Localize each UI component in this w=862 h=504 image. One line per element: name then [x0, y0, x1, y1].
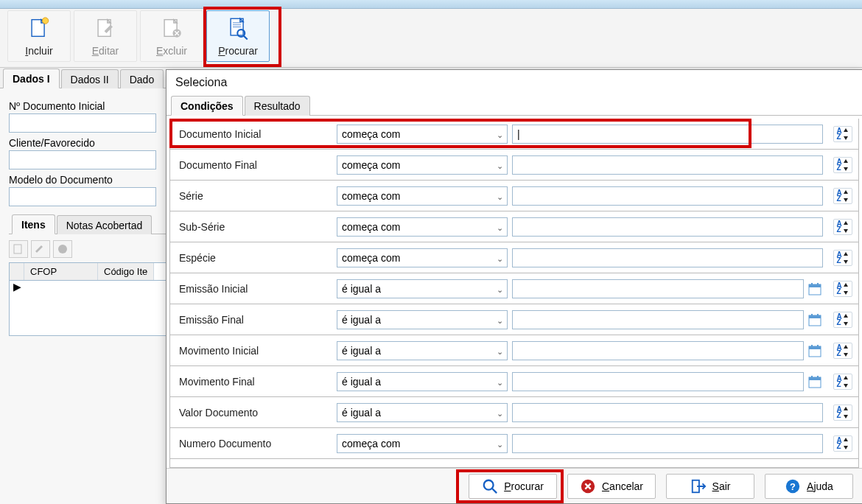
filter-row: Emissão Finalé igual a⌄AZ	[170, 304, 858, 335]
sort-az-button[interactable]: AZ	[833, 374, 852, 390]
filter-value-input[interactable]	[512, 186, 823, 206]
mini-edit-button[interactable]	[31, 240, 50, 258]
excluir-label: Excluir	[156, 45, 187, 57]
sort-az-button[interactable]: AZ	[833, 312, 852, 328]
filter-name: Espécie	[170, 252, 337, 264]
col-cfop[interactable]: CFOP	[24, 263, 98, 280]
sort-az-button[interactable]: AZ	[833, 219, 852, 235]
filter-operator-select[interactable]: começa com	[337, 217, 508, 237]
filter-operator-wrap: é igual a⌄	[337, 341, 508, 360]
filter-value-input[interactable]	[512, 341, 804, 360]
filter-operator-select[interactable]: começa com	[337, 155, 508, 175]
tab-dados-iii[interactable]: Dado	[120, 69, 164, 88]
sort-az-button[interactable]: AZ	[833, 126, 852, 142]
filter-row: Espéciecomeça com⌄AZ	[170, 242, 858, 273]
filter-sort-wrap: AZ	[827, 374, 858, 390]
tab-condicoes[interactable]: Condições	[171, 96, 243, 116]
mini-new-button[interactable]	[9, 240, 28, 258]
sort-az-button[interactable]: AZ	[833, 188, 852, 204]
filter-operator-select[interactable]: começa com	[337, 186, 508, 206]
doc-icon	[13, 244, 24, 254]
dialog-cancelar-button[interactable]: Cancelar	[567, 474, 656, 499]
filter-value-wrap	[508, 372, 827, 391]
calendar-icon[interactable]	[807, 343, 823, 359]
document-search-icon	[225, 15, 250, 41]
filter-name: Emissão Inicial	[170, 283, 337, 295]
filter-sort-wrap: AZ	[827, 250, 858, 266]
filter-operator-select[interactable]: começa com	[337, 125, 508, 144]
sort-az-button[interactable]: AZ	[833, 281, 852, 297]
incluir-button[interactable]: Incluir	[7, 10, 71, 62]
sort-az-button[interactable]: AZ	[833, 250, 852, 266]
filter-value-input[interactable]	[512, 434, 823, 453]
calendar-icon[interactable]	[807, 312, 823, 328]
svg-rect-15	[14, 245, 21, 253]
dialog-procurar-button[interactable]: Procurar	[469, 474, 557, 499]
filter-name: Documento Final	[170, 159, 337, 171]
input-cliente[interactable]	[9, 150, 156, 169]
mini-delete-button[interactable]	[53, 240, 72, 258]
sort-az-button[interactable]: AZ	[833, 405, 852, 421]
filter-sort-wrap: AZ	[827, 312, 858, 328]
sort-az-button[interactable]: AZ	[833, 157, 852, 173]
excluir-button[interactable]: Excluir	[140, 10, 203, 62]
document-delete-icon	[159, 15, 184, 41]
dialog-procurar-label: Procurar	[504, 480, 544, 492]
filter-value-input[interactable]	[512, 155, 823, 175]
input-doc-inicial[interactable]	[9, 113, 156, 133]
filter-name: Série	[170, 190, 337, 202]
filter-operator-select[interactable]: começa com	[337, 248, 508, 267]
tab-dados-ii[interactable]: Dados II	[61, 69, 119, 88]
filter-operator-select[interactable]: começa com	[337, 434, 508, 453]
dialog-ajuda-button[interactable]: ? Ajuda	[765, 474, 853, 499]
filter-operator-select[interactable]: é igual a	[337, 279, 508, 298]
filter-value-input[interactable]	[512, 310, 804, 329]
filter-name: Numero Documento	[170, 438, 337, 449]
seleciona-dialog: Seleciona Condições Resultado Documento …	[166, 69, 862, 504]
sort-az-button[interactable]: AZ	[833, 435, 852, 452]
procurar-button[interactable]: Procurar	[206, 10, 270, 62]
incluir-label: Incluir	[25, 45, 52, 57]
exit-icon	[690, 478, 707, 494]
calendar-icon[interactable]	[807, 374, 823, 390]
filter-value-input[interactable]	[512, 125, 823, 144]
tab-itens[interactable]: Itens	[12, 214, 55, 234]
filter-value-input[interactable]	[512, 403, 823, 422]
filter-row: Documento Finalcomeça com⌄AZ	[170, 150, 858, 181]
tab-resultado[interactable]: Resultado	[245, 96, 310, 116]
calendar-icon[interactable]	[807, 281, 823, 297]
filter-operator-select[interactable]: é igual a	[337, 372, 508, 391]
sort-az-button[interactable]: AZ	[833, 343, 852, 359]
filter-operator-select[interactable]: é igual a	[337, 403, 508, 422]
filter-operator-wrap: é igual a⌄	[337, 372, 508, 391]
cancel-icon	[580, 478, 596, 494]
filter-value-input[interactable]	[512, 279, 804, 298]
filter-name: Valor Documento	[170, 407, 337, 419]
dialog-buttons: Procurar Cancelar Sair ? Ajuda	[167, 468, 862, 503]
input-modelo[interactable]	[9, 187, 156, 206]
filter-value-input[interactable]	[512, 372, 804, 391]
filter-value-input[interactable]	[512, 248, 823, 267]
filter-operator-select[interactable]: é igual a	[337, 310, 508, 329]
filter-value-wrap	[508, 403, 827, 422]
filter-operator-select[interactable]: é igual a	[337, 341, 508, 360]
svg-point-16	[58, 245, 67, 253]
document-edit-icon	[93, 15, 118, 41]
dialog-title: Seleciona	[167, 70, 862, 95]
filter-operator-wrap: começa com⌄	[337, 217, 508, 237]
tab-notas[interactable]: Notas Acobertad	[57, 215, 153, 234]
row-selector-icon: ▶	[10, 281, 24, 293]
document-new-icon	[27, 15, 52, 41]
filter-sort-wrap: AZ	[827, 157, 858, 173]
svg-line-34	[492, 488, 497, 492]
filter-name: Movimento Inicial	[170, 345, 337, 357]
dialog-body: Documento Inicialcomeça com⌄AZDocumento …	[167, 116, 862, 468]
tab-dados-i[interactable]: Dados I	[3, 69, 60, 88]
editar-button[interactable]: Editar	[74, 10, 137, 62]
filter-operator-wrap: começa com⌄	[337, 155, 508, 175]
dialog-sair-button[interactable]: Sair	[666, 474, 754, 499]
svg-rect-26	[809, 346, 821, 349]
filter-value-input[interactable]	[512, 217, 823, 237]
procurar-label: Procurar	[218, 45, 258, 57]
col-codigo[interactable]: Código Ite	[98, 263, 154, 280]
